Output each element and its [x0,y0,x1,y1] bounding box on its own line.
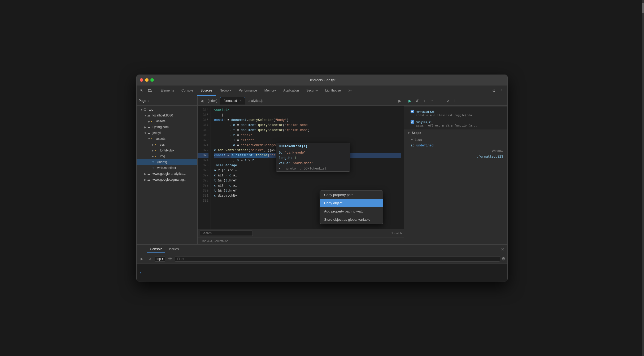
tooltip-proto-arrow: ▶ [279,167,280,171]
settings-icon[interactable]: ⚙ [490,87,497,94]
file-tab-formatted-label: :formatted [223,99,237,103]
context-menu-store-global[interactable]: Store object as global variable [320,215,383,224]
tree-item-googleanalytics[interactable]: ▶ ☁ www.google-analytics... [137,171,197,177]
debug-step-into-btn[interactable]: ↓ [421,97,428,104]
folder-icon-img: ▪ [155,154,159,158]
tree-item-googletag[interactable]: ▶ ☁ www.googletagmanag... [137,177,197,183]
page-expand-btn[interactable]: » [148,99,149,102]
tree-item-font[interactable]: ▶ ▪ font/Rubik [137,147,197,153]
tab-network[interactable]: Network [216,85,235,96]
breakpoints-area: :formatted:323 const a = e.classList.tog… [404,107,507,129]
debug-step-btn[interactable]: → [436,97,443,104]
code-area: 314 315 316 317 318 319 320 321 322 323 … [198,106,404,229]
tab-memory[interactable]: Memory [261,85,280,96]
tab-security[interactable]: Security [303,85,321,96]
tree-item-assets-jecfyi[interactable]: ▼ ▪ assets [137,136,197,142]
more-options-icon[interactable]: ⋮ [498,87,505,94]
tree-item-localhost[interactable]: ▼ ☁ localhost:8080 [137,112,197,118]
tooltip-key-value: value: [279,162,290,165]
tree-label-img: img [160,154,165,158]
console-menu-icon: ⋮ [140,247,144,252]
tree-item-jecfyi[interactable]: ▼ ☁ jec.fyi [137,130,197,136]
scope-section-header[interactable]: Scope [404,129,507,136]
devtools-window: DevTools - jec.fyi/ Elements Console Sou… [136,75,508,281]
titlebar: DevTools - jec.fyi/ [137,75,507,85]
scope-var-a: a: undefined [404,143,507,148]
tab-elements[interactable]: Elements [157,85,178,96]
tree-label-assets-localhost: assets [156,119,166,123]
breakpoint-1-checkbox[interactable] [411,110,414,113]
console-tab-console[interactable]: Console [147,246,165,253]
file-icon-webmanifest: □ [152,166,156,170]
tab-performance[interactable]: Performance [235,85,261,96]
context-menu: Copy property path Copy object Add prope… [320,190,383,224]
tree-arrow-top: ▼ [140,108,143,111]
tree-item-img[interactable]: ▶ ▪ img [137,153,197,159]
breakpoint-2-checkbox[interactable] [411,120,414,124]
globe-icon-ytimg: ☁ [147,125,151,129]
main-content: Page » ⋮ ▼ ⬡ top ▼ ☁ localhost:8080 [137,96,507,244]
console-close-btn[interactable]: ✕ [501,247,504,252]
console-filter-input[interactable] [175,256,500,262]
context-menu-copy-object[interactable]: Copy object [320,199,383,207]
debug-step-out-btn[interactable]: ↑ [429,97,436,104]
tree-item-ytimg[interactable]: ▶ ☁ i.ytimg.com [137,124,197,130]
tree-item-assets-localhost[interactable]: ▶ ▪ assets [137,118,197,124]
breakpoint-2-header: analytics.js:9 [411,120,501,124]
console-block-btn[interactable]: ⊘ [147,256,153,262]
console-run-btn[interactable]: ▶ [139,256,145,262]
search-input[interactable] [200,231,253,236]
tree-label-index: (index) [157,160,167,164]
console-settings-icon[interactable]: ⚙ [502,256,505,261]
tab-console[interactable]: Console [178,85,197,96]
local-section-header[interactable]: Local [404,136,507,143]
file-tab-formatted[interactable]: :formatted ✕ [220,97,245,105]
tree-arrow-ytimg: ▶ [143,126,147,129]
tree-item-webmanifest[interactable]: □ web.manifest [137,165,197,171]
context-menu-add-watch[interactable]: Add property path to watch [320,207,383,215]
tooltip-key-proto: __proto__: [282,167,302,171]
toolbar-left-icons [139,87,156,94]
console-context-select[interactable]: top ▾ [155,256,165,262]
debug-play-btn[interactable]: ▶ [406,97,413,104]
close-button[interactable] [140,78,143,82]
debug-deactivate-btn[interactable]: ⊘ [445,97,451,104]
tooltip-row-proto: ▶ __proto__: DOMTokenList [276,166,350,171]
inspect-icon[interactable] [139,87,146,94]
tab-application[interactable]: Application [280,85,303,96]
console-eye-btn[interactable]: 👁 [167,256,173,262]
console-header-btn[interactable]: ⋮ [140,247,144,252]
console-tab-issues[interactable]: Issues [166,246,182,253]
file-tree: ▼ ⬡ top ▼ ☁ localhost:8080 ▶ ▪ assets [137,106,197,244]
file-tabs-right-arrow[interactable]: ▶ [397,98,403,104]
panel-more-icon[interactable]: ⋮ [191,98,195,103]
tooltip-row-length: length: 1 [276,155,350,161]
tree-item-css[interactable]: ▶ ▪ css [137,142,197,147]
debug-pause-exceptions-btn[interactable]: ⏸ [452,97,459,104]
tree-label-googletag: www.googletagmanag... [153,178,186,181]
file-tab-formatted-close[interactable]: ✕ [239,99,242,103]
console-prompt: › [140,270,141,275]
debug-content: :formatted:323 const a = e.classList.tog… [404,106,507,244]
tree-label-ytimg: i.ytimg.com [153,125,169,129]
breakpoint-1-header: :formatted:323 [411,110,501,113]
back-nav-btn[interactable]: ◀ [199,98,205,104]
file-tab-analytics[interactable]: analytics.js [245,97,266,105]
minimize-button[interactable] [145,78,149,82]
device-toggle-icon[interactable] [147,87,154,94]
file-tab-index[interactable]: (index) [205,97,220,105]
search-bar: 1 match [198,229,404,237]
tab-more[interactable]: ≫ [345,85,355,96]
titlebar-buttons [140,78,154,82]
code-panel: ◀ (index) :formatted ✕ analytics.js ▶ 31… [198,96,404,244]
debug-step-over-btn[interactable]: ↺ [414,97,421,104]
tab-lighthouse[interactable]: Lighthouse [321,85,345,96]
tree-label-localhost: localhost:8080 [153,114,173,117]
tooltip-row-0: 0: "dark-mode" [276,150,350,155]
tree-item-index[interactable]: □ (index) [137,159,197,165]
context-menu-copy-path[interactable]: Copy property path [320,191,383,199]
tree-item-top[interactable]: ▼ ⬡ top [137,107,197,112]
tab-sources[interactable]: Sources [197,85,216,96]
maximize-button[interactable] [150,78,154,82]
tree-arrow-css: ▶ [151,143,155,146]
